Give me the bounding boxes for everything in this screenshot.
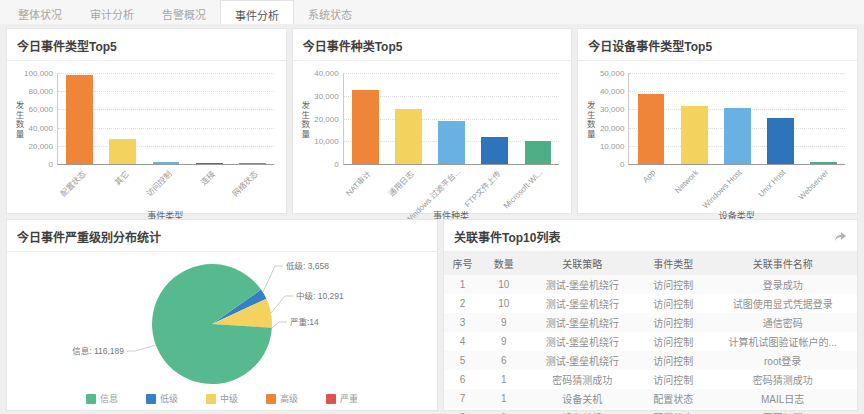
y-axis-name: 发生数量 bbox=[299, 101, 311, 139]
table-cell: MAIL日志 bbox=[708, 389, 857, 408]
column-header: 数量 bbox=[481, 252, 526, 275]
table-cell: 4 bbox=[444, 332, 481, 351]
column-header: 关联事件名称 bbox=[708, 252, 857, 275]
table-cell: 密码猜测成功 bbox=[527, 370, 639, 389]
bar-Unix Host[interactable] bbox=[767, 118, 794, 164]
bar-访问控制[interactable] bbox=[153, 162, 180, 164]
tab-audit-analysis[interactable]: 审计分析 bbox=[76, 0, 148, 24]
table-cell: 6 bbox=[444, 370, 481, 389]
bar-Windows Host[interactable] bbox=[724, 108, 751, 164]
table-cell: 3 bbox=[444, 313, 481, 332]
bar-连接[interactable] bbox=[196, 163, 223, 164]
correlated-events-table: 序号数量关联策略事件类型关联事件名称 110测试-堡垒机绕行访问控制登录成功21… bbox=[444, 252, 857, 414]
y-tick-label: 0 bbox=[49, 160, 53, 169]
pie-label-信息: 信息: 116,189 bbox=[72, 346, 124, 356]
y-tick-label: 50,000 bbox=[600, 69, 624, 78]
table-cell: 10 bbox=[481, 294, 526, 313]
panel-event-kind-top5: 今日事件种类Top5 发生数量 010,00020,00030,00040,00… bbox=[292, 28, 573, 214]
column-header: 事件类型 bbox=[638, 252, 708, 275]
expand-arrow-icon[interactable] bbox=[834, 231, 847, 242]
panel-title: 今日事件种类Top5 bbox=[303, 37, 403, 54]
bar-Network[interactable] bbox=[681, 106, 708, 164]
legend-swatch bbox=[86, 394, 96, 404]
bar-配置状态[interactable] bbox=[66, 75, 93, 164]
bar-Windows 过滤平台...[interactable] bbox=[438, 121, 465, 164]
legend-label: 中级 bbox=[220, 392, 238, 405]
panel-correlated-events: 关联事件Top10列表 序号数量关联策略事件类型关联事件名称 110测试-堡垒机… bbox=[443, 219, 858, 411]
table-cell: 配置状态 bbox=[638, 408, 708, 414]
y-tick-label: 10,000 bbox=[314, 137, 338, 146]
table-row: 61密码猜测成功访问控制密码猜测成功 bbox=[444, 370, 857, 389]
bar-chart-event-type: 发生数量 020,00040,00060,00080,000100,000配置状… bbox=[57, 73, 274, 165]
table-cell: 访问控制 bbox=[638, 370, 708, 389]
y-tick-label: 20,000 bbox=[600, 123, 624, 132]
table-cell: 7 bbox=[444, 389, 481, 408]
table-cell: 5 bbox=[444, 351, 481, 370]
panel-title: 今日事件严重级别分布统计 bbox=[17, 228, 161, 245]
bar-NAT审计[interactable] bbox=[352, 90, 379, 164]
y-tick-label: 0 bbox=[620, 160, 624, 169]
bar-App[interactable] bbox=[638, 94, 665, 164]
legend-item-严重[interactable]: 严重 bbox=[326, 392, 358, 405]
legend-swatch bbox=[326, 394, 336, 404]
table-cell: 测试-堡垒机绕行 bbox=[527, 332, 639, 351]
panel-title: 今日事件类型Top5 bbox=[17, 37, 117, 54]
legend-item-中级[interactable]: 中级 bbox=[206, 392, 238, 405]
legend-item-低级[interactable]: 低级 bbox=[146, 392, 178, 405]
y-tick-label: 100,000 bbox=[24, 69, 53, 78]
table-cell: 测试-堡垒机绕行 bbox=[527, 351, 639, 370]
bar-chart-device-type: 发生数量 010,00020,00030,00040,00050,000AppN… bbox=[628, 73, 845, 165]
bar-FTP文件上传[interactable] bbox=[481, 137, 508, 164]
legend-swatch bbox=[146, 394, 156, 404]
legend-swatch bbox=[266, 394, 276, 404]
tab-alert-overview[interactable]: 告警概况 bbox=[148, 0, 220, 24]
panel-device-event-type-top5: 今日设备事件类型Top5 发生数量 010,00020,00030,00040,… bbox=[577, 28, 858, 214]
legend-label: 严重 bbox=[340, 392, 358, 405]
y-tick-label: 40,000 bbox=[600, 87, 624, 96]
y-axis-name: 发生数量 bbox=[584, 101, 596, 139]
table-row: 49测试-堡垒机绕行访问控制计算机试图验证帐户的... bbox=[444, 332, 857, 351]
legend-swatch bbox=[206, 394, 216, 404]
bar-通用日志[interactable] bbox=[395, 109, 422, 164]
table-row: 56测试-堡垒机绕行访问控制root登录 bbox=[444, 351, 857, 370]
pie-label-line bbox=[263, 266, 283, 292]
bar-网络状态[interactable] bbox=[239, 163, 266, 164]
table-cell: 测试-堡垒机绕行 bbox=[527, 275, 639, 294]
table-row: 210测试-堡垒机绕行访问控制试图使用显式凭据登录 bbox=[444, 294, 857, 313]
table-row: 110测试-堡垒机绕行访问控制登录成功 bbox=[444, 275, 857, 294]
y-tick-label: 40,000 bbox=[29, 123, 53, 132]
legend-item-高级[interactable]: 高级 bbox=[266, 392, 298, 405]
legend-item-信息[interactable]: 信息 bbox=[86, 392, 118, 405]
table-header-row: 序号数量关联策略事件类型关联事件名称 bbox=[444, 252, 857, 275]
table-cell: 9 bbox=[481, 332, 526, 351]
pie-label-line bbox=[272, 322, 287, 328]
chart-plot-area: 010,00020,00030,00040,00050,000AppNetwor… bbox=[628, 73, 845, 165]
y-tick-label: 30,000 bbox=[600, 105, 624, 114]
chart-plot-area: 020,00040,00060,00080,000100,000配置状态其它访问… bbox=[57, 73, 274, 165]
tab-system-status[interactable]: 系统状态 bbox=[294, 0, 366, 24]
dashboard-main: 今日事件类型Top5 发生数量 020,00040,00060,00080,00… bbox=[0, 24, 864, 411]
table-cell: 设备关机 bbox=[527, 389, 639, 408]
pie-label-低级: 低级: 3,658 bbox=[286, 261, 329, 271]
y-tick-label: 20,000 bbox=[29, 141, 53, 150]
y-tick-label: 60,000 bbox=[29, 105, 53, 114]
bar-Microsoft-Wi...[interactable] bbox=[525, 141, 552, 164]
table-cell: 访问控制 bbox=[638, 351, 708, 370]
bar-chart-event-kind: 发生数量 010,00020,00030,00040,000NAT审计通用日志W… bbox=[343, 73, 560, 165]
y-axis-name: 发生数量 bbox=[13, 101, 25, 139]
gridline bbox=[629, 73, 845, 74]
tab-overall-status[interactable]: 整体状况 bbox=[4, 0, 76, 24]
legend-label: 信息 bbox=[100, 392, 118, 405]
bar-其它[interactable] bbox=[109, 139, 136, 164]
y-tick-label: 40,000 bbox=[314, 69, 338, 78]
y-tick-label: 10,000 bbox=[600, 141, 624, 150]
tab-event-analysis[interactable]: 事件分析 bbox=[220, 0, 294, 24]
bar-Webserver[interactable] bbox=[810, 162, 837, 164]
table-cell: 配置状态 bbox=[638, 389, 708, 408]
pie-legend: 信息低级中级高级严重 bbox=[7, 392, 437, 405]
table-cell: 10 bbox=[481, 275, 526, 294]
table-cell: 网页标题 bbox=[708, 408, 857, 414]
table-cell: 1 bbox=[481, 370, 526, 389]
table-cell: 1 bbox=[444, 275, 481, 294]
legend-label: 低级 bbox=[160, 392, 178, 405]
